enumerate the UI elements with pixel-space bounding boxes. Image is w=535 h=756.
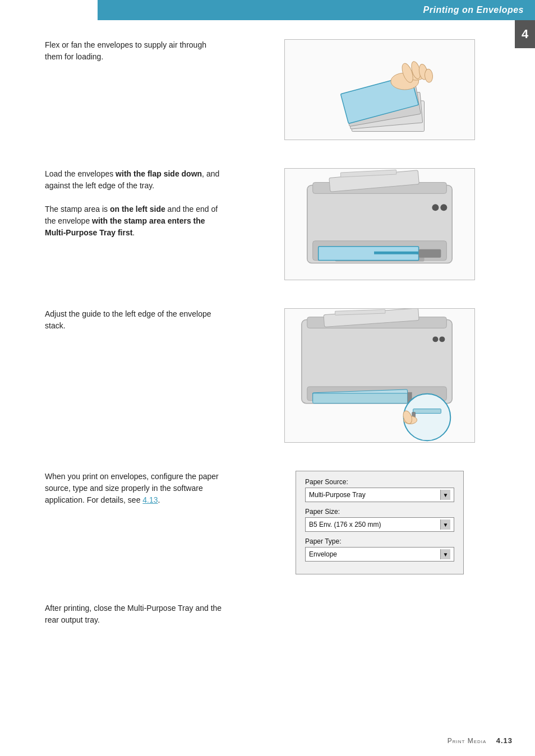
- paper-size-value: B5 Env. (176 x 250 mm): [309, 521, 440, 528]
- paper-source-value: Multi-Purpose Tray: [309, 491, 440, 499]
- instruction-row-5: After printing, close the Multi-Purpose …: [45, 602, 518, 626]
- paper-type-label: Paper Type:: [305, 537, 454, 545]
- paper-source-label: Paper Source:: [305, 478, 454, 486]
- step3-text: Adjust the guide to the left edge of the…: [45, 309, 211, 330]
- illus3-svg: [285, 308, 474, 443]
- footer-page: 4.13: [496, 736, 513, 745]
- svg-point-37: [432, 336, 438, 342]
- instruction-row-4: When you print on envelopes, configure t…: [45, 471, 518, 574]
- paper-source-dropdown-arrow[interactable]: ▼: [440, 490, 450, 500]
- svg-point-20: [432, 204, 439, 211]
- step5-text: After printing, close the Multi-Purpose …: [45, 604, 222, 624]
- svg-point-21: [440, 204, 447, 211]
- svg-point-38: [439, 336, 445, 342]
- illustration-1: [284, 39, 475, 140]
- illustration-2: [284, 168, 475, 280]
- instruction-image-3: [241, 308, 518, 443]
- footer: Print Media 4.13: [0, 736, 535, 745]
- bold-left-side: on the left side: [110, 205, 165, 214]
- page-link[interactable]: 4.13: [142, 495, 158, 504]
- instruction-image-4: Paper Source: Multi-Purpose Tray ▼ Paper…: [241, 471, 518, 574]
- instruction-row-1: Flex or fan the envelopes to supply air …: [45, 39, 518, 140]
- instruction-text-4: When you print on envelopes, configure t…: [45, 471, 224, 506]
- instruction-text-3: Adjust the guide to the left edge of the…: [45, 308, 224, 332]
- instruction-image-1: [241, 39, 518, 140]
- svg-rect-33: [413, 409, 441, 414]
- illus1-svg: [285, 39, 474, 140]
- paper-type-dropdown-arrow[interactable]: ▼: [440, 549, 450, 559]
- illus2-svg: [285, 168, 474, 280]
- bold-flap: with the flap side down: [116, 169, 202, 178]
- paper-size-dropdown-arrow[interactable]: ▼: [440, 520, 450, 530]
- paper-type-value: Envelope: [309, 550, 440, 558]
- step1-text: Flex or fan the envelopes to supply air …: [45, 40, 206, 61]
- settings-dialog: Paper Source: Multi-Purpose Tray ▼ Paper…: [296, 471, 464, 574]
- illustration-3: [284, 308, 475, 443]
- main-content: Flex or fan the envelopes to supply air …: [0, 0, 535, 688]
- paper-size-label: Paper Size:: [305, 508, 454, 516]
- instruction-row-2: Load the envelopes with the flap side do…: [45, 168, 518, 280]
- svg-rect-19: [374, 252, 424, 254]
- instruction-text-2: Load the envelopes with the flap side do…: [45, 168, 224, 239]
- paper-source-field[interactable]: Multi-Purpose Tray ▼: [305, 488, 454, 502]
- paper-type-field[interactable]: Envelope ▼: [305, 547, 454, 562]
- instruction-text-1: Flex or fan the envelopes to supply air …: [45, 39, 224, 63]
- svg-rect-30: [313, 393, 408, 403]
- instruction-row-3: Adjust the guide to the left edge of the…: [45, 308, 518, 443]
- footer-text: Print Media 4.13: [448, 736, 513, 745]
- footer-section: Print Media: [448, 737, 487, 745]
- bold-stamp-area: with the stamp area enters the Multi-Pur…: [45, 216, 205, 237]
- instruction-text-5: After printing, close the Multi-Purpose …: [45, 602, 224, 626]
- paper-size-field[interactable]: B5 Env. (176 x 250 mm) ▼: [305, 517, 454, 532]
- instruction-image-2: [241, 168, 518, 280]
- svg-rect-22: [419, 249, 441, 258]
